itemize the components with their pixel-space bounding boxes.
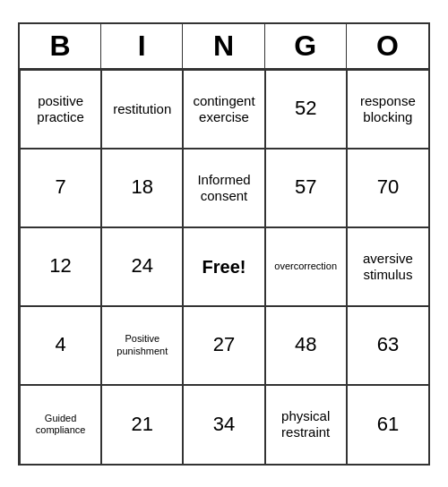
- bingo-cell: 63: [347, 306, 428, 385]
- header-letter: N: [183, 24, 264, 68]
- bingo-cell: 48: [265, 306, 347, 385]
- header-letter: O: [347, 24, 428, 68]
- bingo-cell: 70: [347, 149, 428, 227]
- bingo-cell: 61: [347, 385, 428, 464]
- bingo-cell: 52: [265, 70, 347, 149]
- header-letter: G: [265, 24, 347, 68]
- bingo-cell: 18: [101, 149, 183, 227]
- bingo-card: BINGO positive practicerestitutioncontin…: [18, 22, 430, 466]
- bingo-cell: positive practice: [20, 70, 101, 149]
- bingo-cell: Positive punishment: [101, 306, 183, 385]
- bingo-cell: 12: [20, 227, 101, 306]
- bingo-cell: 21: [101, 385, 183, 464]
- bingo-cell: 24: [101, 227, 183, 306]
- bingo-cell: Informed consent: [183, 149, 264, 227]
- bingo-cell: Guided compliance: [20, 385, 101, 464]
- bingo-cell: 7: [20, 149, 101, 227]
- bingo-cell: 57: [265, 149, 347, 227]
- bingo-header: BINGO: [20, 24, 428, 70]
- bingo-cell: 4: [20, 306, 101, 385]
- bingo-cell: 27: [183, 306, 264, 385]
- bingo-cell: overcorrection: [265, 227, 347, 306]
- bingo-cell: 34: [183, 385, 264, 464]
- bingo-cell: restitution: [101, 70, 183, 149]
- header-letter: I: [101, 24, 183, 68]
- bingo-cell: response blocking: [347, 70, 428, 149]
- bingo-cell: Free!: [183, 227, 264, 306]
- header-letter: B: [20, 24, 101, 68]
- bingo-cell: aversive stimulus: [347, 227, 428, 306]
- bingo-grid: positive practicerestitutioncontingent e…: [20, 70, 428, 464]
- bingo-cell: physical restraint: [265, 385, 347, 464]
- bingo-cell: contingent exercise: [183, 70, 264, 149]
